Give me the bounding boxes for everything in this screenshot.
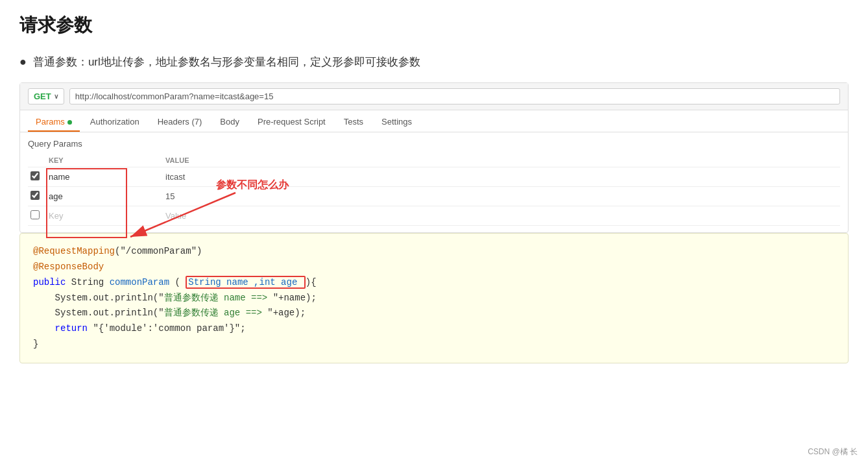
annotation-response-body: @ResponseBody bbox=[33, 262, 104, 272]
tab-params-label: Params bbox=[36, 117, 65, 127]
params-dot bbox=[67, 120, 72, 125]
col-key: KEY bbox=[43, 154, 160, 167]
code-line-6: return "{'module':'common param'}"; bbox=[33, 321, 835, 337]
tab-tests[interactable]: Tests bbox=[336, 110, 371, 132]
postman-body: Query Params 参数不同怎么办 bbox=[20, 132, 848, 232]
row3-checkbox[interactable] bbox=[30, 210, 40, 219]
code-block: @RequestMapping("/commonParam") @Respons… bbox=[19, 233, 849, 363]
table-header-row: KEY VALUE bbox=[28, 154, 840, 167]
bullet: ● bbox=[19, 53, 27, 71]
code-line-1: @RequestMapping("/commonParam") bbox=[33, 244, 835, 260]
params-table: KEY VALUE name itcast bbox=[28, 154, 840, 226]
print-string-1: 普通参数传递 name ==> bbox=[164, 293, 273, 303]
row3-key-placeholder: Key bbox=[43, 206, 160, 226]
row3-actions bbox=[681, 206, 840, 226]
page-title: 请求参数 bbox=[19, 13, 849, 38]
col-value: VALUE bbox=[160, 154, 681, 167]
row2-checkbox[interactable] bbox=[30, 191, 40, 200]
code-line-4: System.out.println("普通参数传递 name ==> "+na… bbox=[33, 291, 835, 306]
method-name: commonParam bbox=[110, 277, 169, 287]
row3-checkbox-cell[interactable] bbox=[28, 206, 43, 226]
row1-key: name bbox=[43, 167, 160, 187]
keyword-public: public bbox=[33, 277, 66, 287]
intro-text: 普通参数：url地址传参，地址参数名与形参变量名相同，定义形参即可接收参数 bbox=[33, 53, 420, 71]
col-checkbox bbox=[28, 154, 43, 167]
row1-checkbox[interactable] bbox=[30, 171, 40, 180]
tab-body-label: Body bbox=[220, 117, 239, 127]
annotation-request-mapping: @RequestMapping bbox=[33, 246, 115, 256]
postman-tabs: Params Authorization Headers (7) Body Pr… bbox=[20, 110, 848, 132]
table-row: age 15 bbox=[28, 187, 840, 206]
closing-brace: } bbox=[33, 339, 38, 349]
annotation-text: 参数不同怎么办 bbox=[216, 178, 289, 192]
tab-headers[interactable]: Headers (7) bbox=[150, 110, 210, 132]
row1-checkbox-cell[interactable] bbox=[28, 167, 43, 187]
return-type: String bbox=[71, 277, 104, 287]
method-label: GET bbox=[34, 92, 51, 101]
tab-prerequest-label: Pre-request Script bbox=[258, 117, 326, 127]
tab-prerequest[interactable]: Pre-request Script bbox=[250, 110, 333, 132]
row2-checkbox-cell[interactable] bbox=[28, 187, 43, 206]
section-intro: ● 普通参数：url地址传参，地址参数名与形参变量名相同，定义形参即可接收参数 bbox=[19, 53, 849, 71]
code-line-3: public String commonParam ( String name … bbox=[33, 275, 835, 291]
params-table-wrapper: 参数不同怎么办 KEY VALUE bbox=[28, 154, 840, 226]
row2-actions bbox=[681, 187, 840, 206]
tab-settings-label: Settings bbox=[381, 117, 412, 127]
method-select[interactable]: GET ∨ bbox=[28, 88, 64, 104]
table-row-placeholder: Key Value bbox=[28, 206, 840, 226]
tab-body[interactable]: Body bbox=[212, 110, 247, 132]
param-string: String name ,int age bbox=[188, 277, 297, 287]
tab-authorization[interactable]: Authorization bbox=[82, 110, 147, 132]
param-highlight-box: String name ,int age bbox=[186, 276, 305, 289]
row1-actions bbox=[681, 167, 840, 187]
tab-authorization-label: Authorization bbox=[90, 117, 139, 127]
code-line-5: System.out.println("普通参数传递 age ==> "+age… bbox=[33, 306, 835, 321]
keyword-return: return bbox=[55, 323, 88, 334]
method-dropdown-icon: ∨ bbox=[54, 93, 58, 100]
table-row: name itcast bbox=[28, 167, 840, 187]
tab-params[interactable]: Params bbox=[28, 110, 80, 132]
print-string-2: 普通参数传递 age ==> bbox=[164, 308, 268, 318]
row3-value-placeholder: Value bbox=[160, 206, 681, 226]
tab-headers-label: Headers (7) bbox=[158, 117, 202, 127]
code-line-2: @ResponseBody bbox=[33, 260, 835, 275]
col-actions bbox=[681, 154, 840, 167]
query-params-label: Query Params bbox=[28, 139, 840, 149]
tab-tests-label: Tests bbox=[344, 117, 363, 127]
row2-key: age bbox=[43, 187, 160, 206]
url-bar: GET ∨ bbox=[20, 83, 848, 110]
postman-panel: GET ∨ Params Authorization Headers (7) B… bbox=[19, 82, 849, 233]
code-line-7: } bbox=[33, 337, 835, 352]
tab-settings[interactable]: Settings bbox=[374, 110, 420, 132]
url-input[interactable] bbox=[69, 88, 840, 104]
